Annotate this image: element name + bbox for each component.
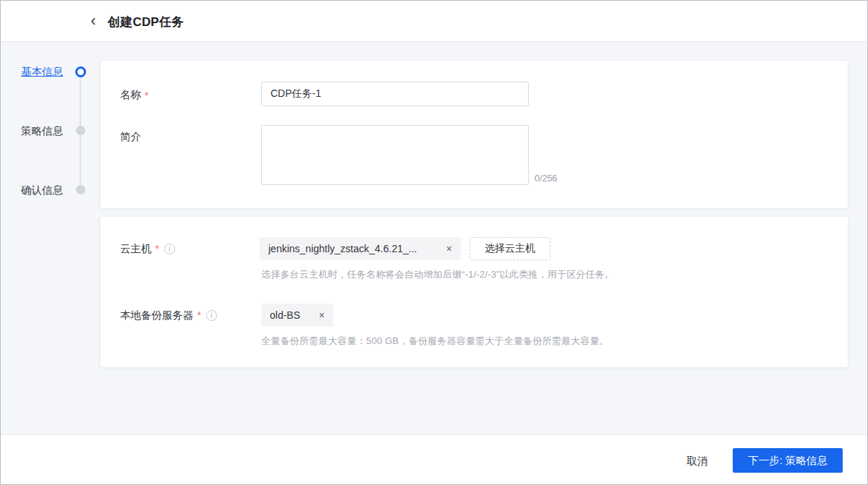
stepper-dot-pending — [76, 126, 85, 135]
backup-server-tag: old-BS × — [261, 304, 333, 327]
backup-server-hint-text: 全量备份所需最大容量：500 GB，备份服务器容量需大于全量备份所需最大容量。 — [261, 335, 609, 348]
back-icon[interactable]: ‹ — [85, 10, 102, 32]
backup-server-tag-label: old-BS — [270, 309, 300, 321]
stepper-step-basic-info[interactable]: 基本信息 — [21, 65, 72, 78]
vm-tag-label: jenkins_nightly_zstack_4.6.21_... — [268, 243, 417, 254]
stepper-dot-pending — [76, 185, 85, 194]
char-counter: 0/256 — [535, 173, 557, 184]
required-asterisk: * — [156, 243, 159, 254]
vm-tag: jenkins_nightly_zstack_4.6.21_... × — [260, 237, 461, 260]
task-description-textarea[interactable] — [261, 125, 529, 185]
name-label: 名称 * — [120, 88, 148, 102]
cancel-button[interactable]: 取消 — [682, 453, 712, 470]
backup-server-label: 本地备份服务器 * i — [120, 304, 217, 327]
stepper-step-confirm-info[interactable]: 确认信息 — [21, 184, 72, 197]
vm-label: 云主机 * i — [120, 237, 175, 260]
close-icon[interactable]: × — [319, 310, 325, 320]
stepper-step-policy-info[interactable]: 策略信息 — [21, 124, 72, 137]
name-label-text: 名称 — [120, 88, 141, 102]
close-icon[interactable]: × — [446, 244, 452, 254]
select-vm-button[interactable]: 选择云主机 — [469, 237, 550, 260]
required-asterisk: * — [145, 90, 148, 101]
description-label-text: 简介 — [120, 130, 141, 144]
basic-info-panel: 名称 * 简介 0/256 — [101, 61, 848, 208]
resource-panel: 云主机 * i jenkins_nightly_zstack_4.6.21_..… — [101, 217, 848, 367]
page-header: ‹ 创建CDP任务 — [1, 1, 867, 42]
page-title: 创建CDP任务 — [108, 14, 184, 30]
create-cdp-task-dialog: ‹ 创建CDP任务 基本信息 策略信息 确认信息 名称 * 简介 0/256 云… — [0, 0, 868, 485]
required-asterisk: * — [197, 309, 201, 321]
next-step-button[interactable]: 下一步: 策略信息 — [733, 448, 843, 473]
vm-label-text: 云主机 — [120, 242, 152, 256]
info-icon[interactable]: i — [164, 244, 175, 254]
backup-server-label-text: 本地备份服务器 — [120, 309, 194, 322]
info-icon[interactable]: i — [206, 310, 217, 321]
description-label: 简介 — [120, 130, 141, 144]
task-name-input[interactable] — [261, 82, 529, 106]
vm-hint-text: 选择多台云主机时，任务名称将会自动增加后缀“-1/-2/-3”以此类推，用于区分… — [261, 268, 614, 281]
stepper-dot-active — [75, 66, 86, 77]
